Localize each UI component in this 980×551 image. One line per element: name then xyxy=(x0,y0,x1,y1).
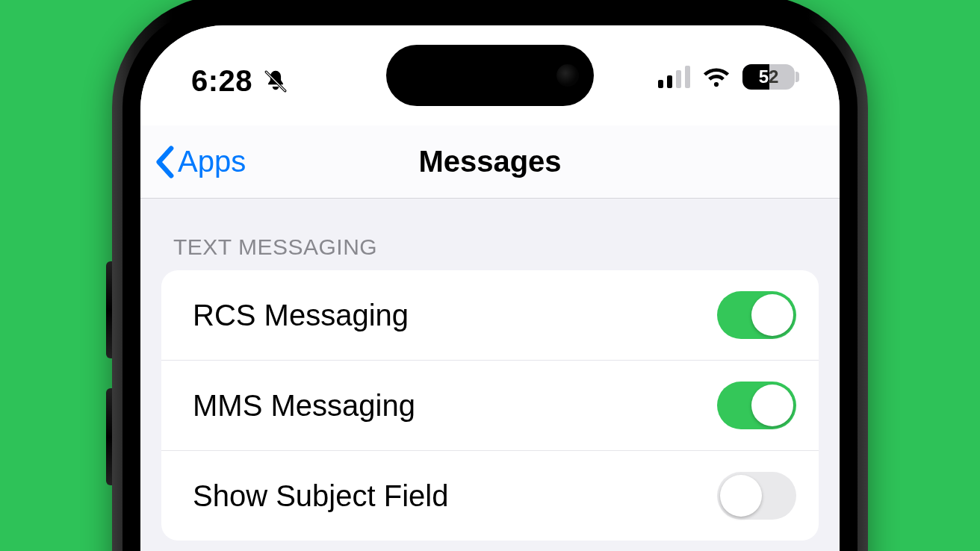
toggle-rcs-messaging[interactable] xyxy=(717,291,796,339)
chevron-left-icon xyxy=(154,146,175,178)
phone-screen: 6:28 52 xyxy=(140,25,840,551)
row-label: Show Subject Field xyxy=(193,479,717,513)
row-show-subject-field[interactable]: Show Subject Field xyxy=(161,450,819,541)
battery-status: 52 xyxy=(742,64,795,90)
row-label: MMS Messaging xyxy=(193,389,717,423)
battery-percent: 52 xyxy=(742,64,795,90)
wifi-icon xyxy=(702,66,731,87)
row-rcs-messaging[interactable]: RCS Messaging xyxy=(161,270,819,360)
row-label: RCS Messaging xyxy=(193,299,717,332)
dynamic-island[interactable] xyxy=(386,45,594,106)
cellular-signal-icon xyxy=(658,66,690,88)
settings-group-text-messaging: RCS Messaging MMS Messaging Show Subject… xyxy=(161,270,819,541)
row-mms-messaging[interactable]: MMS Messaging xyxy=(161,360,819,450)
navigation-bar: Apps Messages xyxy=(140,125,840,199)
status-time: 6:28 xyxy=(191,64,252,98)
toggle-show-subject-field[interactable] xyxy=(717,472,796,520)
back-label: Apps xyxy=(178,145,246,178)
silent-mode-icon xyxy=(263,69,288,94)
section-header-text-messaging: TEXT MESSAGING xyxy=(140,199,840,270)
toggle-mms-messaging[interactable] xyxy=(717,382,796,429)
page-title: Messages xyxy=(418,145,561,178)
back-button[interactable]: Apps xyxy=(154,125,246,198)
